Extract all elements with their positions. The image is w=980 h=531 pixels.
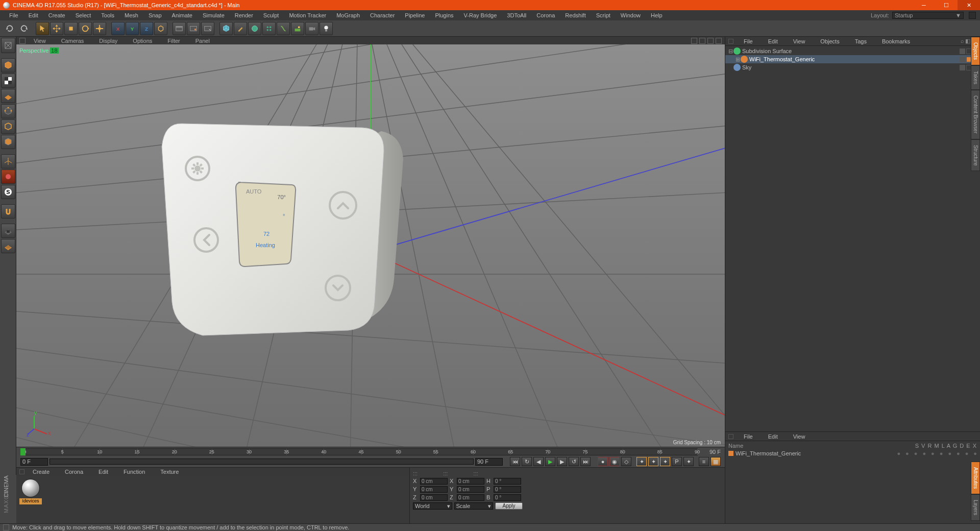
object-manager-tree[interactable]: ⊟ Subdivision Surface ⊞ WiFi_Thermostat_… (725, 46, 980, 431)
menu-render[interactable]: Render (230, 12, 258, 18)
y-axis-icon[interactable]: Y (126, 22, 139, 35)
edge-mode-icon[interactable] (1, 119, 15, 134)
render-region-icon[interactable] (187, 22, 200, 35)
menu-pipeline[interactable]: Pipeline (400, 12, 430, 18)
menu-simulate[interactable]: Simulate (198, 12, 230, 18)
side-tab-objects[interactable]: Objects (971, 37, 980, 65)
layout-lock-icon[interactable] (969, 12, 976, 19)
vp-menu-options[interactable]: Options (133, 38, 152, 44)
menu-tools[interactable]: Tools (96, 12, 119, 18)
menu-plugins[interactable]: Plugins (430, 12, 458, 18)
keyframe-sel-icon[interactable]: ◇ (621, 457, 631, 466)
light-icon[interactable] (320, 22, 333, 35)
mat-menu-texture[interactable]: Texture (160, 469, 179, 475)
undo-button[interactable] (3, 22, 16, 35)
menu-help[interactable]: Help (646, 12, 668, 18)
om-tab-edit[interactable]: Edit (768, 38, 778, 44)
render-view-icon[interactable] (173, 22, 186, 35)
planar-workplane-icon[interactable] (1, 239, 15, 253)
mat-menu-function[interactable]: Function (124, 469, 145, 475)
vp-menu-display[interactable]: Display (99, 38, 117, 44)
viewport-solo-icon[interactable] (1, 170, 15, 184)
om-item-wifi-thermostat-generic[interactable]: ⊞ WiFi_Thermostat_Generic (725, 55, 980, 63)
om-tab-tags[interactable]: Tags (855, 38, 867, 44)
vis-editor-icon[interactable] (960, 65, 965, 70)
menu-create[interactable]: Create (43, 12, 70, 18)
mat-menu-create[interactable]: Create (33, 469, 50, 475)
autokey-icon[interactable]: ◉ (609, 457, 620, 466)
enable-snap-icon[interactable] (1, 204, 15, 219)
menu-snap[interactable]: Snap (143, 12, 167, 18)
scale-tool-icon[interactable] (64, 22, 78, 35)
menu-script[interactable]: Script (591, 12, 616, 18)
rot-h-field[interactable]: 0 ° (494, 478, 521, 485)
pen-tool-icon[interactable] (234, 22, 247, 35)
key-scale-icon[interactable]: ✦ (648, 457, 658, 466)
pos-y-field[interactable]: 0 cm (420, 486, 448, 493)
menu-mesh[interactable]: Mesh (119, 12, 143, 18)
key-pos-icon[interactable]: ✦ (636, 457, 647, 466)
key-pla-icon[interactable]: ✦ (683, 457, 694, 466)
om-item-subdivision-surface[interactable]: ⊟ Subdivision Surface (725, 47, 980, 55)
cube-primitive-icon[interactable] (219, 22, 233, 35)
close-button[interactable]: ✕ (958, 0, 980, 10)
menu-3dtoall[interactable]: 3DToAll (502, 12, 531, 18)
x-axis-icon[interactable]: X (111, 22, 125, 35)
texture-mode-icon[interactable] (1, 74, 15, 88)
model-mode-icon[interactable] (1, 58, 15, 73)
vp-nav-icon[interactable] (716, 38, 722, 44)
attr-tab-file[interactable]: File (744, 433, 753, 440)
range-end-field[interactable]: 90 F (475, 458, 503, 466)
vp-menu-cameras[interactable]: Cameras (61, 38, 84, 44)
menu-sculpt[interactable]: Sculpt (258, 12, 284, 18)
loop-range-icon[interactable]: ↺ (569, 457, 579, 466)
camera-icon[interactable] (305, 22, 318, 35)
size-x-field[interactable]: 0 cm (457, 478, 484, 485)
viewport[interactable]: AUTO 70° 72 ° Heating Perspective 18 Gri… (16, 44, 725, 447)
render-settings-icon[interactable] (201, 22, 214, 35)
menu-window[interactable]: Window (616, 12, 646, 18)
size-z-field[interactable]: 0 cm (457, 494, 484, 501)
axis-tool-icon[interactable] (1, 154, 15, 168)
redo-button[interactable] (17, 22, 31, 35)
mat-menu-edit[interactable]: Edit (99, 469, 108, 475)
vp-nav-icon[interactable] (691, 38, 697, 44)
mat-config-icon[interactable] (19, 469, 24, 474)
vp-menu-view[interactable]: View (34, 38, 46, 44)
next-frame-icon[interactable]: ▶ (557, 457, 567, 466)
side-tab-content-browser[interactable]: Content Browser (971, 90, 980, 139)
deformer-icon[interactable] (277, 22, 290, 35)
array-icon[interactable] (262, 22, 276, 35)
om-tab-file[interactable]: File (744, 38, 753, 44)
move-tool-icon[interactable] (50, 22, 63, 35)
side-tab-layers[interactable]: Layers (971, 494, 980, 521)
dopesheet-icon[interactable]: ▦ (710, 457, 721, 466)
om-item-sky[interactable]: Sky (725, 63, 980, 71)
vp-nav-icon[interactable] (707, 38, 714, 44)
goto-start-icon[interactable]: ⏮ (510, 457, 520, 466)
attr-config-icon[interactable] (728, 434, 733, 439)
material-name[interactable]: Idevices (19, 498, 42, 504)
menu-select[interactable]: Select (70, 12, 96, 18)
environment-icon[interactable] (291, 22, 304, 35)
menu-redshift[interactable]: Redshift (560, 12, 591, 18)
subdiv-icon[interactable] (248, 22, 261, 35)
range-slider[interactable] (50, 458, 474, 465)
z-axis-icon[interactable]: Z (140, 22, 153, 35)
vp-nav-icon[interactable] (699, 38, 705, 44)
key-rot-icon[interactable]: ✦ (660, 457, 670, 466)
snap-icon[interactable]: S (1, 185, 15, 199)
apply-button[interactable]: Apply (495, 502, 523, 510)
menu-mograph[interactable]: MoGraph (331, 12, 365, 18)
menu-character[interactable]: Character (365, 12, 400, 18)
vp-menu-filter[interactable]: Filter (167, 38, 180, 44)
play-icon[interactable]: ▶ (545, 457, 555, 466)
point-mode-icon[interactable] (1, 104, 15, 118)
minimize-button[interactable]: ─ (913, 0, 935, 10)
pos-x-field[interactable]: 0 cm (420, 478, 448, 485)
om-tab-view[interactable]: View (793, 38, 805, 44)
maximize-button[interactable]: ☐ (935, 0, 958, 10)
layer-color-icon[interactable] (728, 451, 733, 456)
range-start-field[interactable]: 0 F (20, 458, 48, 466)
playhead-icon[interactable] (20, 448, 26, 455)
